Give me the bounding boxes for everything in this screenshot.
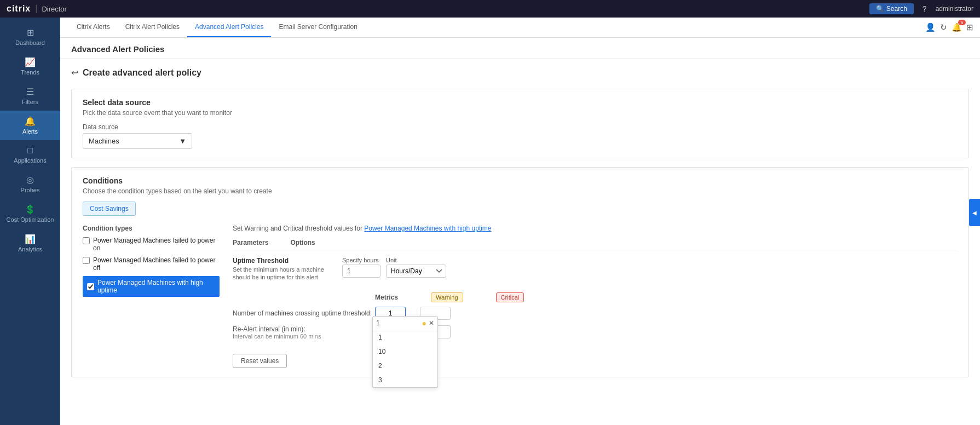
notifications-badge[interactable]: 🔔 6 — [952, 22, 962, 32]
metrics-header-row: Metrics Warning Critical — [233, 292, 958, 302]
tab-citrix-alerts[interactable]: Citrix Alerts — [69, 18, 118, 37]
filters-icon: ☰ — [26, 87, 34, 97]
refresh-icon[interactable]: ↻ — [940, 22, 947, 32]
sidebar-label-analytics: Analytics — [18, 246, 42, 252]
dropdown-close-icon[interactable]: ✕ — [429, 319, 434, 327]
metrics-section: Metrics Warning Critical Number of machi… — [233, 292, 958, 368]
conditions-layout: Condition types Power Managed Machines f… — [83, 225, 958, 368]
chevron-down-icon: ▼ — [179, 137, 186, 145]
probes-icon: ◎ — [26, 175, 34, 185]
user-menu[interactable]: administrator — [936, 5, 973, 13]
dropdown-item-2[interactable]: 2 — [373, 359, 437, 373]
sidebar-label-filters: Filters — [22, 99, 38, 105]
condition-power-failed-off-checkbox[interactable] — [83, 257, 90, 264]
dashboard-icon: ⊞ — [27, 27, 34, 38]
condition-types-panel: Condition types Power Managed Machines f… — [83, 225, 220, 368]
back-arrow-icon[interactable]: ↩ — [71, 67, 78, 78]
dropdown-popup: ● ✕ 1 10 2 3 — [372, 316, 438, 388]
content-area: Citrix Alerts Citrix Alert Policies Adva… — [60, 18, 980, 425]
sidebar-item-cost-optimization[interactable]: 💲 Cost Optimization — [0, 199, 60, 228]
sidebar-item-applications[interactable]: □ Applications — [0, 140, 60, 169]
condition-power-failed-on-label: Power Managed Machines failed to power o… — [93, 237, 220, 252]
uptime-threshold-label: Uptime Threshold — [233, 257, 331, 265]
sidebar-item-analytics[interactable]: 📊 Analytics — [0, 228, 60, 258]
params-col-title: Parameters — [233, 239, 268, 246]
conditions-title: Conditions — [83, 176, 958, 185]
parameters-panel: Set Warning and Critical threshold value… — [220, 225, 958, 368]
metric-label-1: Number of machines crossing uptime thres… — [233, 309, 375, 317]
sidebar-label-cost-optimization: Cost Optimization — [7, 216, 54, 223]
trends-icon: 📈 — [25, 57, 36, 67]
grid-icon[interactable]: ⊞ — [966, 22, 973, 32]
search-button[interactable]: 🔍 Search — [869, 3, 913, 14]
tab-email-server-configuration[interactable]: Email Server Configuration — [271, 18, 365, 37]
sidebar-item-trends[interactable]: 📈 Trends — [0, 51, 60, 81]
data-source-desc: Pick the data source event that you want… — [83, 109, 958, 117]
page-title: Advanced Alert Policies — [71, 44, 164, 54]
params-header: Parameters Options — [233, 239, 958, 250]
unit-label: Unit — [386, 257, 446, 263]
director-title: Director — [42, 5, 67, 13]
specify-hours-label: Specify hours — [342, 257, 381, 263]
right-panel-toggle[interactable]: ◀ — [969, 199, 980, 226]
data-source-value: Machines — [89, 137, 119, 145]
dropdown-spinner-icon: ● — [422, 319, 426, 328]
sidebar-label-probes: Probes — [21, 187, 40, 193]
sidebar: ⊞ Dashboard 📈 Trends ☰ Filters 🔔 Alerts … — [0, 18, 60, 425]
uptime-threshold-options: Specify hours Unit Hours/Day Hours/Week … — [342, 257, 446, 278]
cost-savings-button[interactable]: Cost Savings — [83, 202, 136, 216]
tab-bar: Citrix Alerts Citrix Alert Policies Adva… — [60, 18, 919, 37]
unit-select[interactable]: Hours/Day Hours/Week Hours/Month — [386, 265, 446, 278]
params-info-link[interactable]: Power Managed Machines with high uptime — [364, 225, 491, 232]
uptime-threshold-sublabel: Set the minimum hours a machine should b… — [233, 266, 331, 282]
data-source-title: Select data source — [83, 98, 958, 107]
metric-row-2: Re-Alert interval (in min): Interval can… — [233, 325, 958, 340]
data-source-label: Data source — [83, 123, 958, 131]
condition-power-high-uptime[interactable]: Power Managed Machines with high uptime — [83, 276, 220, 297]
create-policy-title: Create advanced alert policy — [83, 68, 201, 78]
analytics-icon: 📊 — [25, 234, 36, 244]
specify-hours-input[interactable] — [342, 265, 381, 278]
options-col-title: Options — [290, 239, 315, 246]
page-content: ↩ Create advanced alert policy Select da… — [60, 59, 980, 425]
dropdown-item-3[interactable]: 3 — [373, 373, 437, 387]
main-layout: ⊞ Dashboard 📈 Trends ☰ Filters 🔔 Alerts … — [0, 18, 980, 425]
help-icon[interactable]: ? — [923, 4, 927, 13]
metric-row-1: Number of machines crossing uptime thres… — [233, 307, 958, 320]
applications-icon: □ — [27, 146, 33, 156]
critical-badge: Critical — [496, 292, 524, 302]
uptime-threshold-label-block: Uptime Threshold Set the minimum hours a… — [233, 257, 331, 282]
condition-power-failed-off-label: Power Managed Machines failed to power o… — [93, 256, 220, 272]
condition-power-failed-on-checkbox[interactable] — [83, 237, 90, 244]
dropdown-search-input[interactable] — [376, 319, 420, 327]
re-alert-sublabel: Interval can be minimum 60 mins — [233, 333, 375, 340]
citrix-logo: citrix — [7, 4, 31, 14]
re-alert-label: Re-Alert interval (in min): — [233, 325, 375, 333]
re-alert-label-block: Re-Alert interval (in min): Interval can… — [233, 325, 375, 340]
section-header: ↩ Create advanced alert policy — [71, 67, 969, 78]
sidebar-item-dashboard[interactable]: ⊞ Dashboard — [0, 22, 60, 51]
reset-values-button[interactable]: Reset values — [233, 354, 287, 368]
condition-power-failed-on[interactable]: Power Managed Machines failed to power o… — [83, 237, 220, 252]
notifications-count: 6 — [958, 20, 966, 25]
dropdown-search-row: ● ✕ — [373, 317, 437, 330]
condition-power-high-uptime-label: Power Managed Machines with high uptime — [97, 279, 215, 294]
data-source-select[interactable]: Machines ▼ — [83, 133, 192, 149]
conditions-desc: Choose the condition types based on the … — [83, 187, 958, 195]
tab-advanced-alert-policies[interactable]: Advanced Alert Policies — [187, 18, 271, 37]
tab-citrix-alert-policies[interactable]: Citrix Alert Policies — [118, 18, 187, 37]
sidebar-item-filters[interactable]: ☰ Filters — [0, 81, 60, 111]
condition-power-failed-off[interactable]: Power Managed Machines failed to power o… — [83, 256, 220, 272]
nav-divider: | — [35, 4, 37, 14]
params-info-text: Set Warning and Critical threshold value… — [233, 225, 958, 232]
uptime-threshold-row: Uptime Threshold Set the minimum hours a… — [233, 257, 958, 282]
cost-optimization-icon: 💲 — [25, 204, 36, 215]
sidebar-item-probes[interactable]: ◎ Probes — [0, 169, 60, 199]
dropdown-item-10[interactable]: 10 — [373, 344, 437, 359]
condition-power-high-uptime-checkbox[interactable] — [87, 283, 94, 290]
dropdown-item-1[interactable]: 1 — [373, 330, 437, 344]
top-nav: citrix | Director 🔍 Search ? administrat… — [0, 0, 980, 18]
profile-icon[interactable]: 👤 — [925, 22, 936, 32]
sidebar-label-trends: Trends — [21, 69, 39, 76]
sidebar-item-alerts[interactable]: 🔔 Alerts — [0, 111, 60, 140]
